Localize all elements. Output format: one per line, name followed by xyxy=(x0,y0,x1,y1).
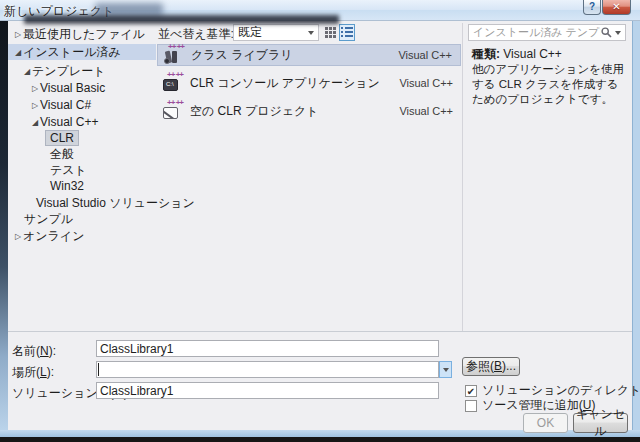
tree-item-general[interactable]: 全般 xyxy=(8,146,156,162)
small-icons-view-button[interactable] xyxy=(322,24,338,41)
tree-item-samples[interactable]: サンプル xyxy=(8,211,156,227)
clr-console-app-icon: C:\ ++ ++ xyxy=(163,74,182,92)
chevron-collapsed-icon: ▷ xyxy=(30,101,40,110)
tree-item-online[interactable]: ▷ オンライン xyxy=(8,228,156,244)
grid-view-icon xyxy=(325,27,336,38)
chevron-collapsed-icon: ▷ xyxy=(13,30,23,39)
template-item-empty-clr[interactable]: ++ ++ 空の CLR プロジェクト Visual C++ xyxy=(157,100,461,122)
tree-item-clr[interactable]: CLR xyxy=(8,130,156,146)
chevron-expanded-icon: ◢ xyxy=(30,118,40,127)
tree-item-win32[interactable]: Win32 xyxy=(8,178,156,194)
pane-divider xyxy=(462,23,463,331)
chevron-down-icon xyxy=(443,368,449,372)
text-cursor xyxy=(98,363,99,376)
close-button[interactable]: ✕ xyxy=(602,0,631,15)
checkbox-unchecked-icon[interactable] xyxy=(465,400,477,412)
solution-name-input[interactable] xyxy=(96,382,439,399)
ok-button[interactable]: OK xyxy=(523,413,568,433)
tree-item-visual-basic[interactable]: ▷ Visual Basic xyxy=(8,80,156,96)
type-label: 種類: xyxy=(472,47,500,61)
chevron-expanded-icon: ◢ xyxy=(13,48,23,57)
class-library-icon: ++ ++ xyxy=(164,46,183,64)
chevron-collapsed-icon: ▷ xyxy=(13,232,23,241)
chevron-down-icon xyxy=(615,31,621,35)
tree-item-recent-files[interactable]: ▷ 最近使用したファイル xyxy=(8,26,156,42)
tree-item-installed[interactable]: ◢ インストール済み xyxy=(8,44,156,60)
browse-button[interactable]: 参照(B)... xyxy=(462,357,520,376)
tree-item-visual-csharp[interactable]: ▷ Visual C# xyxy=(8,97,156,113)
template-type: 種類: Visual C++ xyxy=(472,46,562,63)
list-view-button[interactable] xyxy=(339,24,355,41)
checkbox-checked-icon[interactable]: ✔ xyxy=(465,385,477,397)
name-label: 名前(N): xyxy=(12,343,56,360)
tree-item-test[interactable]: テスト xyxy=(8,162,156,178)
empty-clr-project-icon: ++ ++ xyxy=(163,102,182,120)
sort-by-label: 並べ替え基準: xyxy=(158,26,234,43)
help-button[interactable]: ? xyxy=(583,0,601,15)
window-border-right xyxy=(632,21,640,430)
location-input[interactable] xyxy=(96,361,439,378)
search-input[interactable]: インストール済み テンプレート の検索 xyxy=(468,24,626,41)
tree-item-visual-cpp[interactable]: ◢ Visual C++ xyxy=(8,114,156,130)
new-project-dialog: 新しいプロジェクト ? ✕ ▷ 最近使用したファイル ◢ インストール済み ◢ … xyxy=(0,0,640,442)
chevron-expanded-icon: ◢ xyxy=(22,67,32,76)
location-dropdown-button[interactable] xyxy=(439,361,452,378)
sort-by-dropdown[interactable]: 既定 xyxy=(233,24,319,41)
template-description: 他のアプリケーションを使用する CLR クラスを作成するためのプロジェクトです。 xyxy=(472,62,628,107)
template-item-clr-console[interactable]: C:\ ++ ++ CLR コンソール アプリケーション Visual C++ xyxy=(157,72,461,94)
cancel-button[interactable]: キャンセル xyxy=(573,413,628,433)
blurred-watermark xyxy=(24,15,339,24)
form-divider xyxy=(8,331,632,332)
type-value: Visual C++ xyxy=(500,47,562,61)
window-border-left xyxy=(0,21,8,430)
name-input[interactable] xyxy=(96,340,439,357)
list-view-icon xyxy=(341,27,353,38)
template-item-class-library[interactable]: ++ ++ クラス ライブラリ Visual C++ xyxy=(157,44,461,66)
chevron-collapsed-icon: ▷ xyxy=(30,84,40,93)
chevron-down-icon xyxy=(308,31,314,35)
tree-item-templates[interactable]: ◢ テンプレート xyxy=(8,63,156,79)
location-label: 場所(L): xyxy=(12,364,54,381)
search-icon xyxy=(601,27,612,38)
tree-item-vs-solutions[interactable]: Visual Studio ソリューション xyxy=(8,195,156,211)
